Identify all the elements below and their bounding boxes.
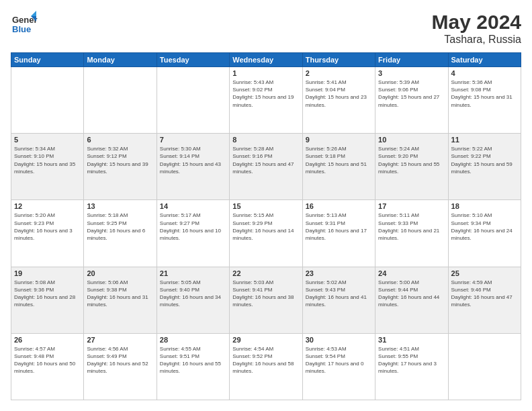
calendar-cell: 8Sunrise: 5:28 AMSunset: 9:16 PMDaylight… [230,134,302,200]
day-number: 24 [378,269,445,277]
day-number: 17 [378,202,445,210]
day-number: 19 [14,269,81,277]
calendar-cell: 19Sunrise: 5:08 AMSunset: 9:36 PMDayligh… [11,267,84,333]
day-info: Sunrise: 5:02 AMSunset: 9:43 PMDaylight:… [306,279,372,309]
day-number: 6 [87,136,153,144]
header: General Blue May 2024 Tashara, Russia [11,11,521,46]
day-info: Sunrise: 5:10 AMSunset: 9:34 PMDaylight:… [451,212,518,242]
day-info: Sunrise: 4:56 AMSunset: 9:49 PMDaylight:… [87,345,153,375]
day-info: Sunrise: 5:18 AMSunset: 9:25 PMDaylight:… [87,212,153,242]
calendar-cell: 4Sunrise: 5:36 AMSunset: 9:08 PMDaylight… [448,67,521,134]
logo: General Blue [11,11,38,38]
calendar-week-5: 26Sunrise: 4:57 AMSunset: 9:48 PMDayligh… [11,333,521,400]
day-number: 15 [232,202,299,210]
day-info: Sunrise: 4:54 AMSunset: 9:52 PMDaylight:… [232,345,299,375]
day-number: 8 [232,136,299,144]
col-wednesday: Wednesday [230,53,302,67]
day-info: Sunrise: 5:06 AMSunset: 9:38 PMDaylight:… [87,279,153,309]
day-number: 7 [160,136,226,144]
day-number: 29 [232,336,299,344]
calendar-cell: 13Sunrise: 5:18 AMSunset: 9:25 PMDayligh… [84,200,157,267]
calendar-cell: 29Sunrise: 4:54 AMSunset: 9:52 PMDayligh… [230,333,302,400]
calendar-week-1: 1Sunrise: 5:43 AMSunset: 9:02 PMDaylight… [11,67,521,134]
calendar-week-4: 19Sunrise: 5:08 AMSunset: 9:36 PMDayligh… [11,267,521,333]
day-info: Sunrise: 4:59 AMSunset: 9:46 PMDaylight:… [451,279,518,309]
calendar-cell: 6Sunrise: 5:32 AMSunset: 9:12 PMDaylight… [84,134,157,200]
calendar-cell [157,67,229,134]
day-info: Sunrise: 5:28 AMSunset: 9:16 PMDaylight:… [232,145,299,175]
day-number: 18 [451,202,518,210]
calendar-cell: 17Sunrise: 5:11 AMSunset: 9:33 PMDayligh… [375,200,448,267]
day-number: 3 [378,69,445,77]
day-number: 1 [232,69,299,77]
calendar-cell: 5Sunrise: 5:34 AMSunset: 9:10 PMDaylight… [11,134,84,200]
day-number: 28 [160,336,226,344]
calendar-cell: 12Sunrise: 5:20 AMSunset: 9:23 PMDayligh… [11,200,84,267]
calendar-cell: 1Sunrise: 5:43 AMSunset: 9:02 PMDaylight… [230,67,302,134]
main-title: May 2024 [432,11,521,34]
calendar-cell: 31Sunrise: 4:51 AMSunset: 9:55 PMDayligh… [375,333,448,400]
calendar-cell: 20Sunrise: 5:06 AMSunset: 9:38 PMDayligh… [84,267,157,333]
day-info: Sunrise: 5:32 AMSunset: 9:12 PMDaylight:… [87,145,153,175]
day-info: Sunrise: 5:41 AMSunset: 9:04 PMDaylight:… [306,79,372,109]
day-info: Sunrise: 5:00 AMSunset: 9:44 PMDaylight:… [378,279,445,309]
day-info: Sunrise: 5:30 AMSunset: 9:14 PMDaylight:… [160,145,226,175]
calendar-cell: 23Sunrise: 5:02 AMSunset: 9:43 PMDayligh… [302,267,375,333]
day-info: Sunrise: 5:43 AMSunset: 9:02 PMDaylight:… [232,79,299,109]
calendar-cell: 27Sunrise: 4:56 AMSunset: 9:49 PMDayligh… [84,333,157,400]
day-info: Sunrise: 5:26 AMSunset: 9:18 PMDaylight:… [306,145,372,175]
col-saturday: Saturday [448,53,521,67]
svg-marker-3 [31,11,36,16]
svg-text:Blue: Blue [12,24,31,34]
page: General Blue May 2024 Tashara, Russia Su… [0,0,532,411]
day-number: 10 [378,136,445,144]
calendar-cell: 9Sunrise: 5:26 AMSunset: 9:18 PMDaylight… [302,134,375,200]
calendar-week-2: 5Sunrise: 5:34 AMSunset: 9:10 PMDaylight… [11,134,521,200]
day-number: 9 [306,136,372,144]
col-sunday: Sunday [11,53,84,67]
day-info: Sunrise: 5:13 AMSunset: 9:31 PMDaylight:… [306,212,372,242]
calendar-cell: 2Sunrise: 5:41 AMSunset: 9:04 PMDaylight… [302,67,375,134]
calendar-cell: 25Sunrise: 4:59 AMSunset: 9:46 PMDayligh… [448,267,521,333]
day-number: 21 [160,269,226,277]
calendar-cell: 26Sunrise: 4:57 AMSunset: 9:48 PMDayligh… [11,333,84,400]
day-info: Sunrise: 4:53 AMSunset: 9:54 PMDaylight:… [306,345,372,375]
day-number: 23 [306,269,372,277]
calendar-cell: 21Sunrise: 5:05 AMSunset: 9:40 PMDayligh… [157,267,229,333]
day-number: 22 [232,269,299,277]
day-number: 13 [87,202,153,210]
day-number: 2 [306,69,372,77]
title-block: May 2024 Tashara, Russia [432,11,521,46]
calendar-cell: 24Sunrise: 5:00 AMSunset: 9:44 PMDayligh… [375,267,448,333]
day-number: 27 [87,336,153,344]
day-info: Sunrise: 5:11 AMSunset: 9:33 PMDaylight:… [378,212,445,242]
day-number: 11 [451,136,518,144]
day-info: Sunrise: 5:34 AMSunset: 9:10 PMDaylight:… [14,145,81,175]
sub-title: Tashara, Russia [432,34,521,46]
col-monday: Monday [84,53,157,67]
calendar-cell [84,67,157,134]
col-tuesday: Tuesday [157,53,229,67]
day-number: 30 [306,336,372,344]
calendar-cell: 14Sunrise: 5:17 AMSunset: 9:27 PMDayligh… [157,200,229,267]
calendar-cell: 3Sunrise: 5:39 AMSunset: 9:06 PMDaylight… [375,67,448,134]
day-info: Sunrise: 4:51 AMSunset: 9:55 PMDaylight:… [378,345,445,375]
day-info: Sunrise: 5:20 AMSunset: 9:23 PMDaylight:… [14,212,81,242]
day-info: Sunrise: 5:03 AMSunset: 9:41 PMDaylight:… [232,279,299,309]
day-info: Sunrise: 4:57 AMSunset: 9:48 PMDaylight:… [14,345,81,375]
calendar-cell: 11Sunrise: 5:22 AMSunset: 9:22 PMDayligh… [448,134,521,200]
day-info: Sunrise: 5:39 AMSunset: 9:06 PMDaylight:… [378,79,445,109]
calendar: Sunday Monday Tuesday Wednesday Thursday… [11,52,521,400]
day-info: Sunrise: 5:36 AMSunset: 9:08 PMDaylight:… [451,79,518,109]
calendar-week-3: 12Sunrise: 5:20 AMSunset: 9:23 PMDayligh… [11,200,521,267]
day-info: Sunrise: 5:15 AMSunset: 9:29 PMDaylight:… [232,212,299,242]
logo-icon: General Blue [11,11,38,38]
calendar-cell: 10Sunrise: 5:24 AMSunset: 9:20 PMDayligh… [375,134,448,200]
calendar-cell: 28Sunrise: 4:55 AMSunset: 9:51 PMDayligh… [157,333,229,400]
calendar-cell [448,333,521,400]
calendar-cell: 15Sunrise: 5:15 AMSunset: 9:29 PMDayligh… [230,200,302,267]
day-number: 12 [14,202,81,210]
day-number: 4 [451,69,518,77]
day-info: Sunrise: 5:08 AMSunset: 9:36 PMDaylight:… [14,279,81,309]
day-info: Sunrise: 5:17 AMSunset: 9:27 PMDaylight:… [160,212,226,242]
